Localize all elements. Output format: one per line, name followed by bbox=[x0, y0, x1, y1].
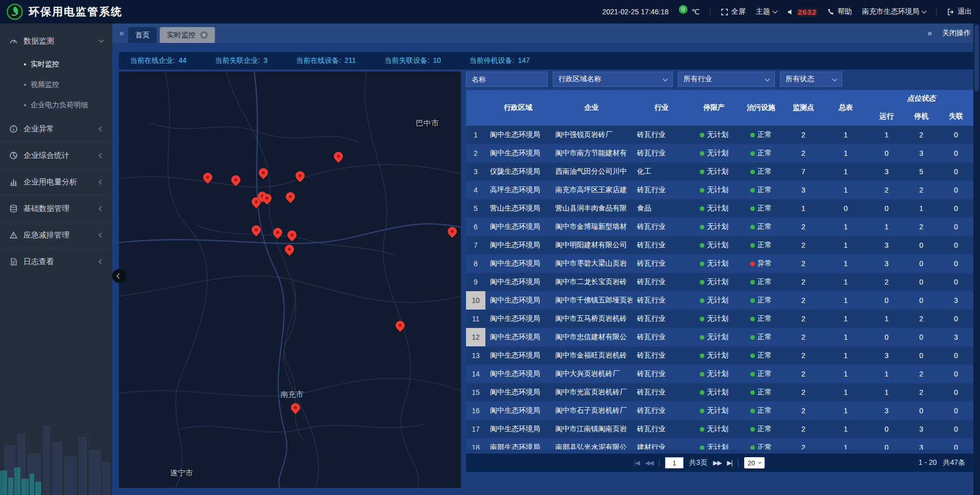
table-row[interactable]: 2阆中生态环境局阆中市南方节能建材有砖瓦行业无计划正常21030 bbox=[466, 144, 973, 162]
tab-label: 实时监控 bbox=[167, 31, 195, 40]
map-marker-icon[interactable] bbox=[250, 224, 263, 237]
table-row[interactable]: 8阆中生态环境局阆中市枣碧大梁山页岩砖瓦行业无计划异常21300 bbox=[466, 254, 973, 273]
table-row[interactable]: 10阆中生态环境局阆中市千佛镇五郎垭页岩砖瓦行业无计划正常21003 bbox=[466, 291, 973, 310]
close-operations-button[interactable]: 关闭操作 bbox=[942, 29, 971, 38]
region-filter-select[interactable]: 行政区域名称 bbox=[553, 72, 673, 87]
cell-limit-status: 无计划 bbox=[691, 236, 738, 254]
status-dot-green-icon bbox=[700, 427, 704, 432]
status-dot-green-icon bbox=[750, 390, 755, 395]
cell-company: 阆中市五马桥页岩机砖 bbox=[551, 310, 632, 328]
row-index: 7 bbox=[466, 236, 485, 254]
status-dot-green-icon bbox=[700, 317, 704, 321]
table-row[interactable]: 9阆中生态环境局阆中市二龙长宝页岩砖砖瓦行业无计划正常21200 bbox=[466, 273, 973, 291]
table-row[interactable]: 12阆中生态环境局阆中市忠信建材有限公砖瓦行业无计划正常21003 bbox=[466, 328, 973, 346]
sidebar-section-data-monitoring[interactable]: 数据监测 bbox=[0, 28, 112, 54]
table-row[interactable]: 6阆中生态环境局阆中市金博瑞新型墙材砖瓦行业无计划正常21120 bbox=[466, 218, 973, 236]
status-dot-green-icon bbox=[700, 409, 704, 413]
table-row[interactable]: 3仪陇生态环境局西南油气田分公司川中化工无计划正常71350 bbox=[466, 162, 973, 181]
tab-scroll-right-icon[interactable]: » bbox=[924, 29, 935, 38]
cell-region: 营山生态环境局 bbox=[485, 199, 551, 218]
sidebar-section-log-view[interactable]: 日志查看 bbox=[0, 248, 112, 275]
map-marker-icon[interactable] bbox=[229, 173, 242, 186]
map-marker-icon[interactable] bbox=[271, 226, 284, 239]
status-text: 正常 bbox=[757, 130, 772, 139]
status-dot-green-icon bbox=[750, 317, 755, 321]
org-name: 南充市生态环境局 bbox=[862, 7, 919, 16]
logout-button[interactable]: 退出 bbox=[947, 7, 972, 16]
table-row[interactable]: 16阆中生态环境局阆中市石子页岩机砖厂砖瓦行业无计划正常21300 bbox=[466, 402, 973, 420]
tab-scroll-left-icon[interactable]: « bbox=[116, 29, 127, 38]
first-page-button[interactable]: |◀ bbox=[634, 459, 639, 466]
cell-industry: 砖瓦行业 bbox=[632, 181, 691, 199]
table-row[interactable]: 4高坪生态环境局南充市高坪区王家店建砖瓦行业无计划正常31220 bbox=[466, 181, 973, 199]
sidebar-section-base-data-management[interactable]: 基础数据管理 bbox=[0, 195, 112, 222]
cell-facility-status: 正常 bbox=[738, 218, 785, 236]
next-page-button[interactable]: ▶▶ bbox=[713, 459, 721, 466]
tab[interactable]: 实时监控× bbox=[160, 27, 215, 43]
map-marker-icon[interactable] bbox=[394, 319, 407, 332]
map-marker-icon[interactable] bbox=[285, 229, 298, 242]
status-text: 无计划 bbox=[707, 277, 728, 287]
map-panel[interactable]: 巴中市南充市遂宁市 bbox=[119, 72, 461, 488]
map-marker-icon[interactable] bbox=[201, 171, 214, 183]
sidebar-section-enterprise-abnormal[interactable]: 企业异常 bbox=[0, 115, 112, 142]
map-marker-icon[interactable] bbox=[284, 191, 297, 203]
table-row[interactable]: 1阆中生态环境局阆中强锐页岩砖厂砖瓦行业无计划正常21120 bbox=[466, 126, 973, 144]
table-row[interactable]: 13阆中生态环境局阆中市金福旺页岩机砖砖瓦行业无计划正常21300 bbox=[466, 346, 973, 365]
page: 环保用电监管系统 2021-02-25 17:46:18 0 ℃ 全屏 主题 2… bbox=[0, 0, 980, 495]
cell-company: 阆中市石子页岩机砖厂 bbox=[551, 402, 632, 420]
cell-running-count: 0 bbox=[869, 420, 904, 438]
cell-monitor-points: 2 bbox=[785, 402, 822, 420]
bar-chart-icon bbox=[9, 178, 18, 186]
theme-dropdown[interactable]: 主题 bbox=[756, 7, 777, 16]
page-size-select[interactable]: 20 bbox=[744, 457, 765, 468]
map-marker-icon[interactable] bbox=[283, 243, 296, 255]
help-button[interactable]: 帮助 bbox=[827, 7, 852, 16]
map-collapse-button[interactable] bbox=[112, 269, 126, 282]
map-marker-icon[interactable] bbox=[289, 402, 302, 414]
map-city-label: 南充市 bbox=[281, 390, 304, 399]
table-row[interactable]: 14阆中生态环境局阆中大兴页岩机砖厂砖瓦行业无计划正常21120 bbox=[466, 365, 973, 383]
sidebar-section-enterprise-statistics[interactable]: 企业综合统计 bbox=[0, 142, 112, 169]
tab[interactable]: 首页 bbox=[128, 27, 157, 43]
table-row[interactable]: 7阆中生态环境局阆中明阳建材有限公司砖瓦行业无计划正常21300 bbox=[466, 236, 973, 254]
tab-close-icon[interactable]: × bbox=[200, 31, 208, 39]
status-text: 无计划 bbox=[707, 333, 728, 342]
map-marker-icon[interactable] bbox=[257, 166, 270, 179]
table-row[interactable]: 11阆中生态环境局阆中市五马桥页岩机砖砖瓦行业无计划正常21120 bbox=[466, 310, 973, 328]
prev-page-button[interactable]: ◀◀ bbox=[645, 459, 653, 466]
cell-running-count: 1 bbox=[869, 126, 904, 144]
status-filter-select[interactable]: 所有状态 bbox=[780, 72, 842, 87]
cell-facility-status: 正常 bbox=[738, 383, 785, 402]
fullscreen-button[interactable]: 全屏 bbox=[721, 7, 746, 16]
sidebar-section-power-usage-analysis[interactable]: 企业用电量分析 bbox=[0, 169, 112, 195]
map-marker-icon[interactable] bbox=[446, 225, 458, 238]
org-dropdown[interactable]: 南充市生态环境局 bbox=[862, 7, 926, 16]
cell-stopped-count: 5 bbox=[904, 162, 939, 181]
cell-region: 阆中生态环境局 bbox=[485, 126, 551, 144]
cell-facility-status: 正常 bbox=[738, 236, 785, 254]
table-row[interactable]: 5营山生态环境局营山县润丰肉食品有限食品无计划正常10010 bbox=[466, 199, 973, 218]
sidebar-section-emergency-reduction[interactable]: 应急减排管理 bbox=[0, 222, 112, 248]
sidebar-item[interactable]: 企业电力负荷明细 bbox=[0, 95, 112, 115]
status-text: 正常 bbox=[757, 277, 772, 287]
table-row[interactable]: 18南部生态环境局南部县弘光水泥有限公建材行业无计划正常21030 bbox=[466, 438, 973, 450]
main-area: « 首页实时监控× » 关闭操作 当前在线企业:44当前失联企业:3当前在线设备… bbox=[112, 23, 980, 495]
status-dot-green-icon bbox=[750, 298, 755, 303]
map-marker-icon[interactable] bbox=[332, 150, 345, 162]
vertical-scrollbar[interactable] bbox=[973, 23, 980, 495]
sidebar-section-label: 应急减排管理 bbox=[23, 230, 100, 240]
name-filter-input[interactable] bbox=[466, 72, 548, 87]
cell-region: 阆中生态环境局 bbox=[485, 236, 551, 254]
cell-limit-status: 无计划 bbox=[691, 144, 738, 162]
last-page-button[interactable]: ▶| bbox=[727, 459, 732, 466]
map-marker-icon[interactable] bbox=[293, 169, 306, 182]
industry-filter-select[interactable]: 所有行业 bbox=[678, 72, 775, 87]
page-number-input[interactable] bbox=[665, 457, 683, 468]
sidebar-item[interactable]: 视频监控 bbox=[0, 75, 112, 95]
table-row[interactable]: 17阆中生态环境局阆中市江南镇阆南页岩砖瓦行业无计划正常21030 bbox=[466, 420, 973, 438]
sidebar-item[interactable]: 实时监控 bbox=[0, 54, 112, 75]
alarm-indicator[interactable]: 2632 bbox=[787, 8, 817, 16]
table-row[interactable]: 15阆中生态环境局阆中市光富页岩机砖厂砖瓦行业无计划正常21120 bbox=[466, 383, 973, 402]
vertical-scrollbar-thumb[interactable] bbox=[974, 25, 979, 91]
